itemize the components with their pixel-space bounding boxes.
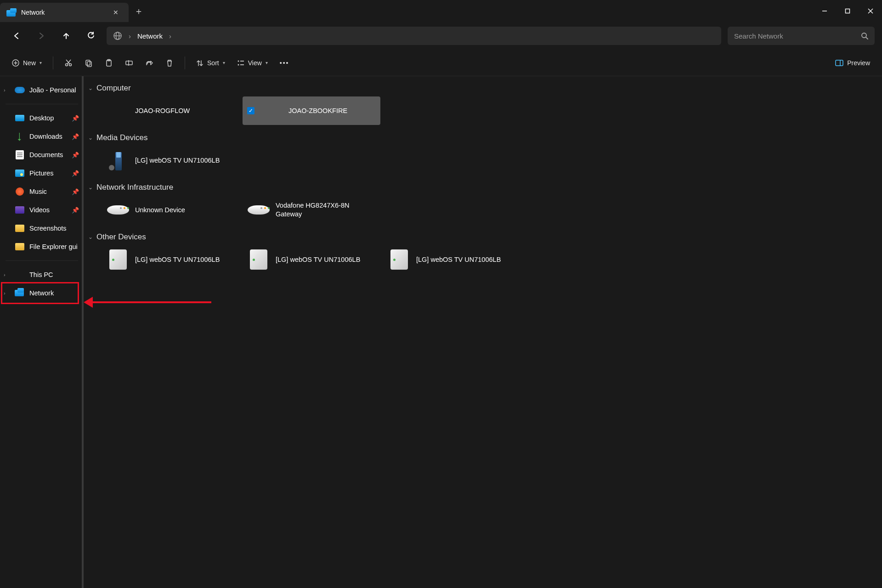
content-area: ⌄ Computer JOAO-ROGFLOW ✓ JOAO-ZBOOKFIRE… <box>84 76 882 588</box>
pictures-icon <box>15 170 24 177</box>
computer-tile[interactable]: JOAO-ROGFLOW <box>102 96 240 125</box>
new-tab-button[interactable]: ＋ <box>129 0 149 22</box>
group-header-other[interactable]: ⌄ Other Devices <box>88 231 877 243</box>
folder-icon <box>15 225 24 232</box>
search-placeholder: Search Network <box>734 32 856 40</box>
pin-icon: 📌 <box>72 115 79 122</box>
onedrive-icon <box>15 87 25 93</box>
chevron-down-icon: ⌄ <box>88 135 93 141</box>
svg-rect-17 <box>87 62 91 67</box>
pin-icon: 📌 <box>72 188 79 195</box>
tab-title: Network <box>21 9 105 16</box>
sidebar-scrollbar[interactable] <box>82 76 84 588</box>
window-tab[interactable]: Network ✕ <box>0 3 129 22</box>
folder-icon <box>15 243 24 250</box>
other-device-tile[interactable]: [LG] webOS TV UN71006LB <box>102 245 240 274</box>
sidebar-item-this-pc[interactable]: › This PC <box>0 266 84 284</box>
search-icon <box>861 32 868 40</box>
rename-icon <box>125 59 133 67</box>
sidebar-item-videos[interactable]: Videos📌 <box>0 201 84 219</box>
window-controls <box>813 0 882 22</box>
sidebar-item-pictures[interactable]: Pictures📌 <box>0 164 84 182</box>
chevron-down-icon: ▾ <box>223 60 225 65</box>
scissors-icon <box>64 59 73 67</box>
sidebar: › João - Personal Desktop📌 ⭣ Downloads📌 … <box>0 76 84 588</box>
computer-icon <box>261 103 282 119</box>
delete-button[interactable] <box>161 55 178 71</box>
network-icon <box>6 8 17 17</box>
router-icon <box>107 205 129 215</box>
rename-button[interactable] <box>120 55 138 71</box>
infra-device-tile[interactable]: Vodafone HG8247X6-8N Gateway <box>243 196 380 224</box>
search-box[interactable]: Search Network <box>728 27 875 45</box>
forward-button[interactable] <box>32 27 51 45</box>
computer-tile[interactable]: ✓ JOAO-ZBOOKFIRE <box>243 96 380 125</box>
pin-icon: 📌 <box>72 133 79 140</box>
checkbox-checked-icon[interactable]: ✓ <box>247 107 254 114</box>
sidebar-item-downloads[interactable]: ⭣ Downloads📌 <box>0 127 84 146</box>
svg-point-23 <box>237 64 239 65</box>
breadcrumb-network[interactable]: Network <box>137 32 163 40</box>
minimize-button[interactable] <box>813 0 836 22</box>
chevron-right-icon[interactable]: › <box>4 290 10 296</box>
sidebar-item-music[interactable]: Music📌 <box>0 182 84 201</box>
device-icon <box>109 249 127 270</box>
chevron-right-icon[interactable]: › <box>4 272 10 277</box>
group-header-computer[interactable]: ⌄ Computer <box>88 82 877 95</box>
new-button[interactable]: New ▾ <box>7 55 46 71</box>
svg-point-22 <box>237 60 239 62</box>
preview-button[interactable]: Preview <box>831 55 875 71</box>
pin-icon: 📌 <box>72 170 79 177</box>
computer-icon <box>108 103 128 119</box>
chevron-down-icon: ▾ <box>40 60 42 65</box>
more-button[interactable]: ••• <box>275 55 294 71</box>
up-button[interactable] <box>57 27 75 45</box>
close-window-button[interactable] <box>859 0 882 22</box>
share-icon <box>145 59 153 67</box>
share-button[interactable] <box>141 55 158 71</box>
sidebar-item-documents[interactable]: Documents📌 <box>0 146 84 164</box>
address-bar[interactable]: › Network › <box>107 27 721 45</box>
chevron-down-icon: ⌄ <box>88 85 93 91</box>
group-header-infra[interactable]: ⌄ Network Infrastructure <box>88 181 877 194</box>
pin-icon: 📌 <box>72 207 79 214</box>
sort-icon <box>196 59 204 67</box>
infra-device-tile[interactable]: Unknown Device <box>102 196 240 224</box>
back-button[interactable] <box>7 27 26 45</box>
device-icon <box>390 249 408 270</box>
preview-pane-icon <box>835 60 843 66</box>
pin-icon: 📌 <box>72 152 79 158</box>
refresh-button[interactable] <box>82 27 100 45</box>
media-player-icon <box>108 150 128 170</box>
sort-button[interactable]: Sort ▾ <box>192 55 230 71</box>
svg-point-12 <box>66 63 68 66</box>
sidebar-item-onedrive[interactable]: › João - Personal <box>0 81 84 99</box>
paste-button[interactable] <box>100 55 118 71</box>
copy-button[interactable] <box>80 55 97 71</box>
chevron-right-icon[interactable]: › <box>4 87 10 93</box>
documents-icon <box>16 150 24 159</box>
media-device-tile[interactable]: [LG] webOS TV UN71006LB <box>102 146 240 175</box>
cut-button[interactable] <box>60 55 77 71</box>
other-device-tile[interactable]: [LG] webOS TV UN71006LB <box>383 245 521 274</box>
sidebar-item-desktop[interactable]: Desktop📌 <box>0 109 84 127</box>
sidebar-item-network[interactable]: › Network <box>0 284 84 302</box>
download-icon: ⭣ <box>15 131 25 141</box>
close-tab-button[interactable]: ✕ <box>109 6 122 19</box>
maximize-button[interactable] <box>836 0 859 22</box>
group-header-media[interactable]: ⌄ Media Devices <box>88 131 877 144</box>
svg-line-8 <box>866 37 868 39</box>
other-device-tile[interactable]: [LG] webOS TV UN71006LB <box>243 245 380 274</box>
view-icon <box>237 59 244 67</box>
globe-icon <box>113 31 122 40</box>
trash-icon <box>165 59 174 67</box>
nav-bar: › Network › Search Network <box>0 22 882 50</box>
chevron-right-icon[interactable]: › <box>169 32 171 40</box>
sidebar-item-file-explorer-gui[interactable]: File Explorer gui <box>0 237 84 256</box>
toolbar: New ▾ Sort ▾ View ▾ ••• Preview <box>0 50 882 76</box>
ellipsis-icon: ••• <box>280 59 289 67</box>
svg-rect-16 <box>86 60 90 65</box>
view-button[interactable]: View ▾ <box>232 55 272 71</box>
sidebar-item-screenshots[interactable]: Screenshots <box>0 219 84 237</box>
plus-circle-icon <box>12 59 19 67</box>
